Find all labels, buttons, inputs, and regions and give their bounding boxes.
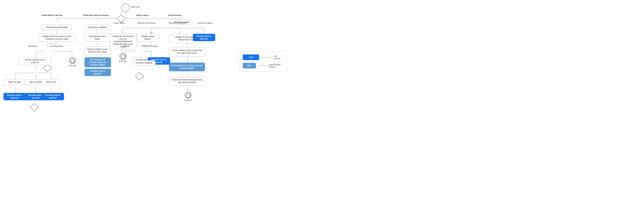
display-products-node: Display products in the preferred price … xyxy=(84,47,110,55)
need-help-label: Need help with purchasing xyxy=(83,14,109,16)
legend-blue-box: Text xyxy=(243,54,259,60)
connections-svg xyxy=(0,0,644,223)
get-discount-node: Get discount percentage xyxy=(42,25,72,30)
display-refund-node: Display refund policies xyxy=(136,34,159,42)
forward-op-a-node: Forward chat to operator xyxy=(4,93,26,100)
legend-light-box: Text xyxy=(243,63,256,69)
get-location-pickup-node: Get location for pickup using the locati… xyxy=(169,63,205,71)
legend-line-1 xyxy=(262,57,272,58)
display-list-discount-node: Display the list of products in the resp… xyxy=(38,34,76,42)
continue-shopping-node: Continue shopping xyxy=(133,60,155,66)
thanks-diamond xyxy=(135,72,144,80)
legend-line-2 xyxy=(258,65,267,66)
get-location-delivery-node: Get location for delivery using the loca… xyxy=(84,57,111,67)
just-browsing-label: Just browsing xyxy=(168,14,181,16)
get-names-products-node: Get the name(s) of the products xyxy=(19,57,51,65)
legend-row-bot: Text Bot actions xyxy=(243,54,284,60)
connect-agent-2-label: Connect to agent xyxy=(142,45,157,47)
refund-not-received-label: Refund not received xyxy=(138,22,155,24)
add-cart-node: Add to cart xyxy=(42,79,61,85)
connect-agent-1-label: Connect to agent xyxy=(197,22,212,24)
legend-widget-label: Input/Display widgets xyxy=(269,63,284,68)
legend-row-widget: Text Input/Display widgets xyxy=(243,63,284,69)
end-chat-1-node: End chat xyxy=(119,53,126,62)
end-chat-notint-node: End chat xyxy=(68,57,76,67)
start-chat-label: Start chat xyxy=(131,6,140,8)
send-confirmation-node: Send confirmation message along with ref… xyxy=(169,77,205,85)
not-interested-label: Not interested xyxy=(50,45,63,47)
notify-later-node: Notify me later xyxy=(4,79,26,85)
forward-op-c-node: Forward chat to operator xyxy=(42,93,64,100)
flowchart-canvas: Start chat Great deals of the day Need h… xyxy=(0,0,644,223)
legend-bot-label: Bot actions xyxy=(274,55,284,60)
get-preferred-node: Get preferred price range xyxy=(84,34,110,42)
get-product-cat-node: Get product category xyxy=(84,25,110,30)
end-chat-final-node: End chat xyxy=(184,92,192,101)
get-details-return-node: Get the details of the product that the … xyxy=(169,47,205,57)
choice-diamond xyxy=(30,103,39,112)
forward-op-1-node: Forward chat to operator xyxy=(193,34,215,41)
great-deals-label: Great deals of the day xyxy=(42,14,62,16)
received-wrong-label: Received wrong item xyxy=(169,22,187,24)
order-status-label: Order status xyxy=(114,22,125,24)
legend-box: Text Bot actions Text Input/Display widg… xyxy=(239,51,288,72)
have-query-label: Have a query xyxy=(136,14,149,16)
forward-op-3-node: Forward chat to operator xyxy=(84,69,111,76)
interested-label: Interested xyxy=(28,45,37,47)
start-chat-node xyxy=(121,4,130,12)
thanks-label: Thanks xyxy=(123,45,130,47)
main-diamond xyxy=(117,15,126,23)
